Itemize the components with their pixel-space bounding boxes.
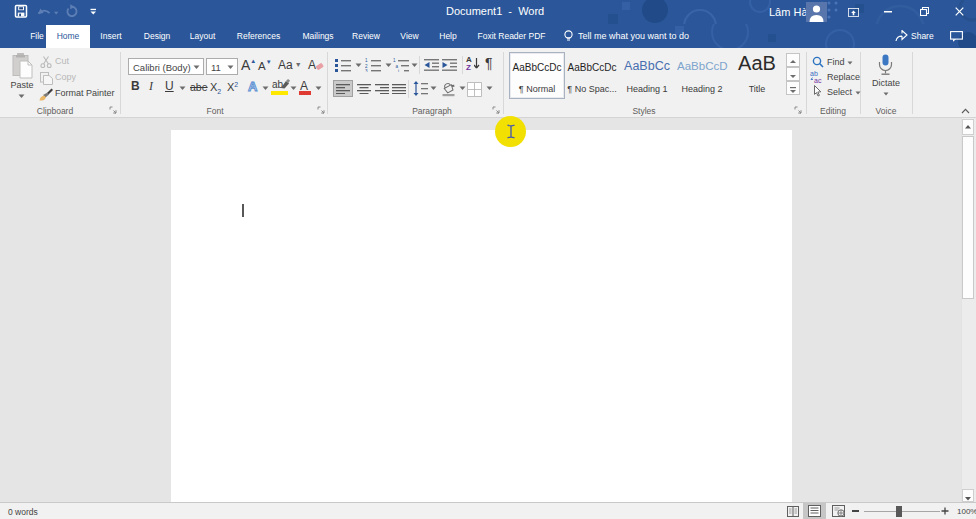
svg-text:a: a bbox=[396, 64, 399, 69]
svg-text:i: i bbox=[398, 69, 399, 72]
svg-text:2: 2 bbox=[365, 64, 368, 69]
svg-text:1: 1 bbox=[393, 58, 396, 63]
svg-text:3: 3 bbox=[365, 69, 368, 72]
svg-text:ab: ab bbox=[810, 70, 818, 77]
svg-text:1: 1 bbox=[365, 58, 368, 63]
svg-text:ac: ac bbox=[814, 77, 822, 83]
